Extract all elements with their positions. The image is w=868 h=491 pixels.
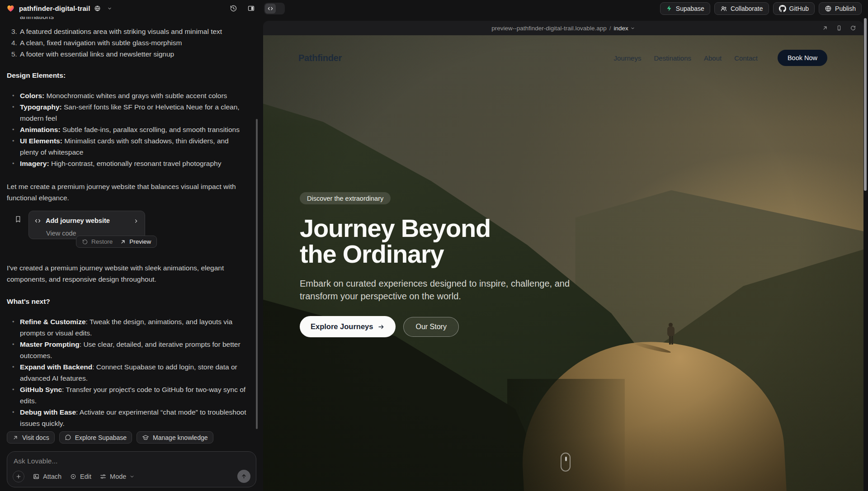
restore-button[interactable]: Restore [82, 236, 113, 247]
manage-knowledge-button[interactable]: Manage knowledge [137, 431, 213, 444]
chevron-right-icon [133, 218, 139, 224]
panel-layout-icon[interactable] [246, 4, 256, 13]
preview-url-host[interactable]: preview--pathfinder-digital-trail.lovabl… [491, 25, 606, 32]
list-item: 3. A featured destinations area with str… [7, 26, 247, 37]
list-item: 4. A clean, fixed navigation with subtle… [7, 37, 247, 48]
hero-subheading: Embark on curated experiences designed t… [300, 277, 571, 302]
people-icon [720, 5, 727, 12]
lovable-heart-logo[interactable] [6, 4, 15, 13]
github-button[interactable]: GitHub [773, 2, 815, 15]
list-item: • Refine & Customize: Tweak the design, … [7, 316, 247, 339]
nav-link-destinations[interactable]: Destinations [654, 54, 691, 62]
open-external-icon[interactable] [822, 25, 828, 31]
image-icon [33, 473, 40, 480]
hero-content: Discover the extraordinary Journey Beyon… [300, 192, 589, 337]
history-icon[interactable] [229, 4, 238, 13]
chat-footer: Visit docs Explore Supabase Manage knowl… [0, 431, 263, 491]
chat-input-container: Attach Edit Mode [7, 451, 256, 487]
add-button[interactable] [13, 471, 24, 482]
chat-input[interactable] [14, 457, 250, 465]
bookmark-icon[interactable] [14, 215, 22, 223]
refresh-icon[interactable] [850, 25, 856, 31]
send-button[interactable] [237, 470, 250, 483]
explore-supabase-button[interactable]: Explore Supabase [59, 431, 132, 444]
mode-selector[interactable]: Mode [99, 473, 135, 480]
restore-preview-toolbar: Restore Preview [76, 236, 157, 248]
globe-icon [94, 5, 101, 12]
artifact-title: Add journey website [46, 215, 128, 227]
nav-link-journeys[interactable]: Journeys [614, 54, 642, 62]
nav-link-contact[interactable]: Contact [734, 54, 758, 62]
chevron-down-icon [630, 26, 635, 31]
edit-button[interactable]: Edit [70, 473, 91, 480]
restore-icon [82, 239, 88, 245]
our-story-button[interactable]: Our Story [403, 317, 458, 337]
list-item: • Animations: Subtle fade-ins, parallax … [7, 124, 247, 135]
design-bullet-list: • Colors: Monochromatic whites and grays… [7, 90, 247, 169]
code-icon [34, 217, 41, 224]
attach-button[interactable]: Attach [33, 473, 61, 480]
list-item: • GitHub Sync: Transfer your project's c… [7, 384, 247, 406]
arrow-up-right-icon [120, 239, 126, 245]
topbar: pathfinder-digital-trail Supa [0, 0, 868, 17]
supabase-bolt-icon [666, 5, 673, 12]
site-navbar: Pathfinder Journeys Destinations About C… [263, 48, 863, 68]
clipped-text-line: animations [20, 17, 247, 22]
list-item: • Master Prompting: Use clear, detailed,… [7, 339, 247, 361]
chat-messages[interactable]: animations 3. A featured destinations ar… [0, 17, 263, 431]
result-paragraph: I've created a premium journey website w… [7, 262, 247, 285]
publish-button[interactable]: Publish [819, 2, 862, 15]
numbered-list: 3. A featured destinations area with str… [7, 26, 247, 60]
website-hero: Pathfinder Journeys Destinations About C… [263, 35, 863, 491]
collaborate-button[interactable]: Collaborate [714, 2, 769, 15]
list-item: • Debug with Ease: Activate our experime… [7, 406, 247, 429]
arrow-right-icon [377, 323, 385, 330]
scroll-indicator-mouse-icon [561, 453, 571, 472]
lead-paragraph: Let me create a premium journey website … [7, 181, 247, 203]
arrow-up-right-icon [12, 434, 19, 441]
hero-heading: Journey Beyond the Ordinary [300, 215, 589, 267]
list-item: • Imagery: High-contrast, emotionally re… [7, 158, 247, 169]
explore-journeys-button[interactable]: Explore Journeys [300, 316, 396, 337]
plus-icon [15, 473, 22, 480]
list-item: 5. A footer with essential links and new… [7, 48, 247, 60]
artifact-block: Add journey website View code Restore P [14, 211, 247, 250]
whats-next-heading: What's next? [7, 296, 247, 307]
preview-panel: preview--pathfinder-digital-trail.lovabl… [263, 21, 863, 491]
preview-page-selector[interactable]: index [613, 25, 635, 32]
chevron-down-icon [129, 474, 135, 479]
site-logo[interactable]: Pathfinder [298, 53, 342, 63]
preview-url-bar: preview--pathfinder-digital-trail.lovabl… [263, 21, 863, 35]
visit-docs-button[interactable]: Visit docs [7, 431, 55, 444]
list-item: • UI Elements: Minimalist cards with sof… [7, 135, 247, 158]
hero-badge: Discover the extraordinary [300, 192, 391, 204]
artifact-card-add-journey-website[interactable]: Add journey website View code [28, 211, 145, 239]
code-icon [265, 4, 276, 14]
github-icon [779, 5, 786, 12]
list-item: • Colors: Monochromatic whites and grays… [7, 90, 247, 101]
next-steps-list: • Refine & Customize: Tweak the design, … [7, 316, 247, 431]
book-now-button[interactable]: Book Now [778, 50, 827, 66]
supabase-button[interactable]: Supabase [660, 2, 710, 15]
mobile-view-icon[interactable] [836, 25, 842, 31]
sliders-icon [99, 473, 107, 480]
chevron-down-icon[interactable] [107, 5, 113, 11]
list-item: • Typography: San-serif fonts like SF Pr… [7, 101, 247, 124]
chat-bubble-icon [65, 434, 71, 441]
publish-globe-icon [825, 5, 832, 12]
chat-scrollbar[interactable] [256, 119, 258, 429]
preview-button[interactable]: Preview [120, 236, 151, 247]
code-view-toggle[interactable] [264, 3, 285, 14]
list-item: • Expand with Backend: Connect Supabase … [7, 361, 247, 384]
project-name[interactable]: pathfinder-digital-trail [19, 5, 90, 12]
nav-link-about[interactable]: About [704, 54, 722, 62]
arrow-up-icon [241, 473, 247, 480]
window-scrollbar[interactable] [864, 18, 867, 191]
design-elements-heading: Design Elements: [7, 70, 247, 81]
graduation-cap-icon [142, 434, 149, 441]
chat-panel: animations 3. A featured destinations ar… [0, 17, 263, 491]
target-icon [70, 473, 77, 480]
